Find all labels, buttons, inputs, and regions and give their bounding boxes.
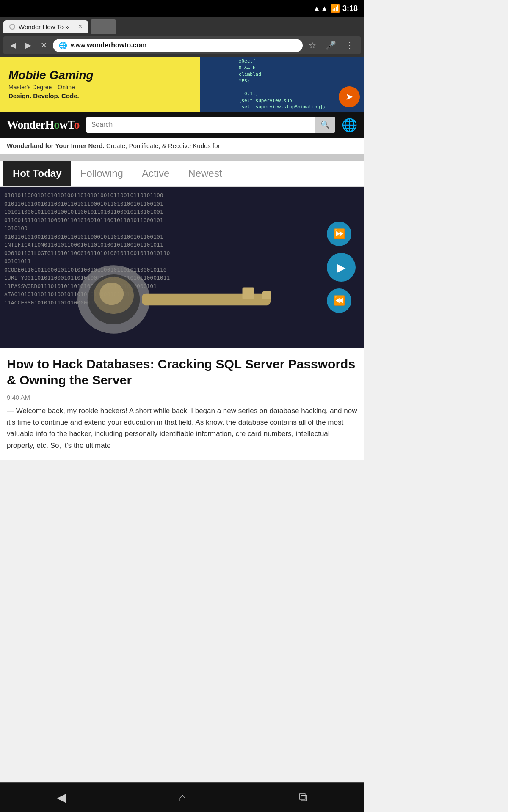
tab-label: Wonder How To »: [19, 23, 69, 30]
article-title: How to Hack Databases: Cracking SQL Serv…: [7, 356, 357, 388]
svg-rect-3: [243, 288, 255, 300]
gray-divider: [0, 154, 364, 161]
article-body: How to Hack Databases: Cracking SQL Serv…: [0, 348, 364, 460]
recents-nav-button[interactable]: ⧉: [286, 786, 320, 809]
home-nav-button[interactable]: ⌂: [166, 787, 199, 809]
banner-arrow-icon: ➤: [339, 86, 360, 107]
tagline-bar: Wonderland for Your Inner Nerd. Create, …: [0, 138, 364, 154]
tab-hot-today[interactable]: Hot Today: [3, 161, 71, 186]
tab-active[interactable]: Active: [133, 161, 179, 186]
tab-newest[interactable]: Newest: [179, 161, 231, 186]
site-logo: WonderHowTo: [7, 118, 80, 132]
close-tab-button[interactable]: ✕: [37, 39, 50, 52]
tagline-bold: Wonderland for Your Inner Nerd.: [7, 142, 105, 149]
tab-bar: Wonder How To » ×: [3, 19, 361, 34]
article-time: 9:40 AM: [7, 394, 30, 401]
search-box[interactable]: 🔍: [86, 117, 335, 133]
star-button[interactable]: ☆: [305, 38, 320, 52]
status-icons: ▲▲ 📶 3:18: [313, 4, 358, 13]
active-tab[interactable]: Wonder How To » ×: [3, 20, 88, 33]
time-display: 3:18: [342, 4, 358, 13]
logo-o1: o: [54, 118, 59, 131]
address-globe-icon: 🌐: [59, 41, 67, 49]
tabs-bar: Hot Today Following Active Newest: [0, 161, 364, 187]
banner-subtitle: Master's Degree—Online: [8, 84, 192, 91]
mic-button[interactable]: 🎤: [322, 38, 340, 52]
key-illustration: [0, 251, 364, 348]
tab-favicon: [9, 24, 15, 30]
logo-o2: o: [74, 118, 80, 131]
back-button[interactable]: ◀: [7, 39, 19, 52]
new-tab-area[interactable]: [91, 19, 116, 34]
article-image: 0101011000101010101001101010100101100101…: [0, 187, 364, 348]
banner-left: Mobile Gaming Master's Degree—Online Des…: [0, 57, 200, 112]
banner-right: aracter xRect( 0 && b climblad YES; = 0.…: [200, 57, 364, 112]
bottom-nav: ◀ ⌂ ⧉: [0, 782, 364, 812]
address-domain: wonderhowto.com: [87, 41, 146, 49]
video-controls: ⏩ ▶ ⏪: [327, 222, 356, 313]
address-text: www.wonderhowto.com: [71, 41, 297, 49]
status-bar: ▲▲ 📶 3:18: [0, 0, 364, 17]
banner-title: Mobile Gaming: [8, 69, 192, 82]
article-meta: 9:40 AM: [7, 394, 357, 401]
nav-bar: ◀ ▶ ✕ 🌐 www.wonderhowto.com ☆ 🎤 ⋮: [3, 36, 361, 54]
fast-forward-button[interactable]: ⏩: [327, 222, 351, 246]
wifi-icon: ▲▲: [313, 4, 328, 13]
globe-icon: 🌐: [342, 118, 357, 132]
banner-ad: Mobile Gaming Master's Degree—Online Des…: [0, 57, 364, 112]
article-excerpt-text: — Welcome back, my rookie hackers! A sho…: [7, 407, 357, 450]
logo-text-1: WonderH: [7, 118, 54, 131]
signal-icon: 📶: [331, 4, 340, 13]
address-bar[interactable]: 🌐 www.wonderhowto.com: [53, 39, 303, 52]
tab-following[interactable]: Following: [71, 161, 133, 186]
banner-tagline: Design. Develop. Code.: [8, 92, 192, 99]
forward-button[interactable]: ▶: [22, 39, 35, 52]
back-nav-button[interactable]: ◀: [44, 786, 79, 809]
browser-chrome: Wonder How To » × ◀ ▶ ✕ 🌐 www.wonderhowt…: [0, 17, 364, 57]
site-header: WonderHowTo 🔍 🌐: [0, 112, 364, 138]
content-area: Hot Today Following Active Newest 010101…: [0, 161, 364, 460]
tab-close-button[interactable]: ×: [78, 23, 82, 30]
logo-text-2: wT: [59, 118, 74, 131]
play-button[interactable]: ▶: [327, 253, 356, 282]
rewind-button[interactable]: ⏪: [327, 288, 351, 313]
search-input[interactable]: [86, 118, 315, 132]
menu-button[interactable]: ⋮: [342, 38, 357, 52]
banner-code-text: aracter xRect( 0 && b climblad YES; = 0.…: [235, 57, 329, 112]
address-www: www.: [71, 41, 87, 49]
article-excerpt: — Welcome back, my rookie hackers! A sho…: [7, 405, 357, 451]
svg-rect-4: [262, 291, 271, 299]
svg-point-6: [99, 283, 124, 305]
tagline-regular: Create, Pontificate, & Receive Kudos for: [106, 142, 220, 149]
search-button[interactable]: 🔍: [315, 117, 335, 133]
